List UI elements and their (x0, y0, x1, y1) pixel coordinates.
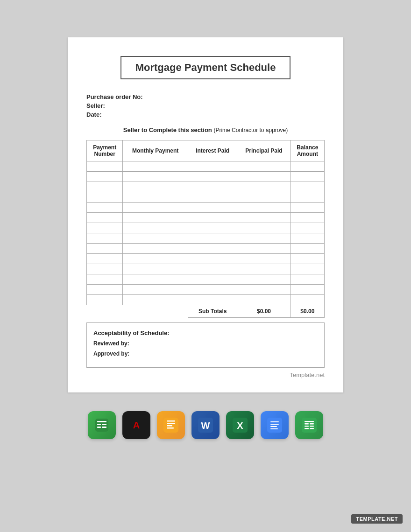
table-cell (188, 285, 237, 295)
col-monthly-payment: Monthly Payment (123, 140, 188, 161)
svg-rect-18 (270, 421, 279, 422)
svg-rect-2 (97, 424, 101, 425)
table-cell (123, 161, 188, 172)
table-cell (123, 285, 188, 295)
microsoft-word-icon[interactable]: W (191, 411, 220, 439)
table-cell (237, 264, 291, 274)
table-cell (87, 244, 123, 254)
table-row (87, 233, 325, 244)
table-cell (87, 264, 123, 274)
table-cell (237, 172, 291, 182)
svg-text:A: A (133, 420, 140, 430)
subtotals-label: Sub Totals (188, 305, 237, 318)
table-cell (123, 203, 188, 213)
microsoft-excel-icon[interactable]: X (226, 411, 254, 439)
svg-rect-17 (267, 418, 282, 433)
apple-numbers-icon[interactable] (88, 411, 116, 439)
table-cell (123, 274, 188, 285)
table-cell (291, 285, 324, 295)
subtotals-balance: $0.00 (291, 305, 324, 318)
table-cell (87, 295, 123, 305)
table-cell (188, 172, 237, 182)
table-cell (237, 161, 291, 172)
table-cell (87, 203, 123, 213)
table-row (87, 274, 325, 285)
table-cell (237, 192, 291, 203)
svg-rect-12 (167, 427, 174, 429)
acceptability-title: Acceptability of Schedule: (93, 329, 318, 336)
svg-text:W: W (201, 420, 210, 431)
col-balance-amount: BalanceAmount (291, 140, 324, 161)
table-row (87, 182, 325, 192)
apple-pages-icon[interactable] (157, 411, 185, 439)
table-row (87, 161, 325, 172)
table-cell (188, 223, 237, 233)
svg-rect-3 (102, 424, 106, 425)
svg-rect-5 (102, 427, 106, 428)
schedule-table: PaymentNumber Monthly Payment Interest P… (86, 140, 325, 318)
table-cell (291, 203, 324, 213)
table-cell (188, 213, 237, 223)
table-row (87, 192, 325, 203)
title-wrapper: Mortgage Payment Schedule (86, 56, 325, 79)
template-net-label: Template.net (86, 371, 325, 378)
svg-rect-26 (305, 426, 309, 427)
icons-bar: A W X (88, 411, 323, 439)
svg-rect-0 (95, 419, 108, 432)
document-title: Mortgage Payment Schedule (120, 56, 291, 79)
table-cell (123, 223, 188, 233)
table-cell (291, 254, 324, 264)
table-cell (291, 223, 324, 233)
table-row (87, 203, 325, 213)
table-cell (237, 274, 291, 285)
table-cell (291, 244, 324, 254)
table-row (87, 254, 325, 264)
table-row (87, 285, 325, 295)
table-cell (188, 274, 237, 285)
table-cell (237, 254, 291, 264)
svg-rect-11 (167, 425, 172, 427)
table-row (87, 223, 325, 233)
table-cell (237, 213, 291, 223)
table-cell (123, 182, 188, 192)
table-cell (291, 172, 324, 182)
google-sheets-icon[interactable] (295, 411, 323, 439)
google-docs-icon[interactable] (261, 411, 289, 439)
table-cell (291, 213, 324, 223)
page-wrapper: Mortgage Payment Schedule Purchase order… (0, 0, 411, 458)
svg-rect-29 (310, 428, 314, 429)
table-cell (291, 295, 324, 305)
table-row (87, 172, 325, 182)
svg-rect-25 (310, 423, 314, 425)
svg-rect-19 (270, 424, 279, 425)
table-cell (188, 244, 237, 254)
table-cell (291, 182, 324, 192)
reviewed-by: Reviewed by: (93, 340, 318, 347)
approved-by: Approved by: (93, 350, 318, 357)
svg-rect-23 (305, 421, 314, 422)
table-row (87, 213, 325, 223)
table-cell (291, 264, 324, 274)
table-cell (188, 233, 237, 244)
svg-rect-24 (305, 423, 309, 425)
table-row (87, 295, 325, 305)
table-cell (87, 285, 123, 295)
svg-rect-10 (167, 423, 175, 424)
date-label: Date: (86, 111, 325, 118)
table-row (87, 244, 325, 254)
table-cell (291, 233, 324, 244)
table-cell (188, 161, 237, 172)
table-cell (123, 172, 188, 182)
table-cell (123, 192, 188, 203)
adobe-acrobat-icon[interactable]: A (122, 411, 150, 439)
table-cell (188, 203, 237, 213)
svg-rect-21 (270, 428, 278, 429)
meta-section: Purchase order No: Seller: Date: (86, 93, 325, 118)
table-cell (291, 274, 324, 285)
table-header-row: PaymentNumber Monthly Payment Interest P… (87, 140, 325, 161)
table-cell (291, 161, 324, 172)
svg-text:X: X (237, 420, 243, 431)
col-interest-paid: Interest Paid (188, 140, 237, 161)
table-cell (123, 295, 188, 305)
table-cell (188, 254, 237, 264)
